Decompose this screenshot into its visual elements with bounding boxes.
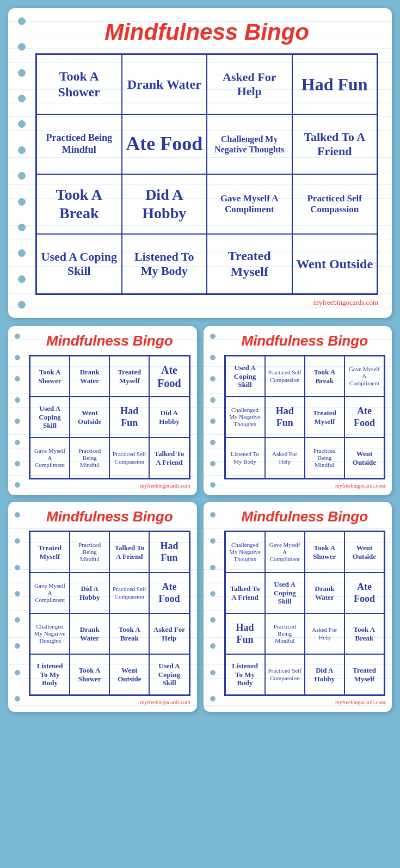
bingo-cell: Challenged My Negative Thoughts [207, 114, 292, 174]
hole [18, 43, 26, 51]
bingo-cell: Ate Food [344, 397, 384, 438]
bingo-cell: Listened To My Body [225, 438, 265, 478]
hole [210, 643, 216, 649]
hole [210, 696, 216, 701]
hole [210, 440, 216, 445]
bingo-cell: Did A Hobby [149, 397, 189, 438]
hole [15, 397, 20, 403]
hole [210, 670, 216, 675]
hole [15, 538, 20, 544]
hole [210, 617, 216, 623]
bingo-cell: Talked To A Friend [109, 532, 149, 572]
bingo-cell: Talked To A Friend [149, 438, 189, 478]
hole [18, 224, 26, 231]
bingo-cell: Used A Coping Skill [225, 356, 265, 397]
hole [18, 172, 26, 180]
website-credit: myfreebingocards.com [224, 483, 386, 489]
card-4-title: Mindfulness Bingo [29, 508, 190, 525]
hole [18, 275, 26, 283]
card-4: Mindfulness Bingo Treated Myself Practic… [8, 502, 197, 712]
card-2-title: Mindfulness Bingo [29, 333, 190, 349]
hole [18, 249, 26, 257]
hole [15, 565, 20, 570]
hole [18, 301, 26, 309]
hole [18, 146, 26, 154]
card-3: Mindfulness Bingo Used A Coping Skill Pr… [204, 326, 392, 495]
bingo-cell: Listened To My Body [30, 654, 70, 695]
hole [210, 591, 216, 596]
bingo-cell: Took A Break [305, 356, 344, 397]
bingo-cell: Gave Myself A Compliment [30, 438, 70, 478]
bingo-cell: Talked To A Friend [225, 572, 265, 613]
card-5-grid: Challenged My Negative Thoughts Gave Mys… [224, 531, 386, 696]
bingo-cell: Challenged My Negative Thoughts [225, 397, 265, 438]
bingo-cell: Challenged My Negative Thoughts [30, 613, 70, 654]
hole [15, 440, 20, 445]
bingo-cell: Treated Myself [30, 532, 70, 572]
hole [210, 538, 216, 544]
bingo-cell: Practiced Being Mindful [70, 438, 109, 478]
hole [210, 334, 216, 339]
bingo-cell: Ate Food [149, 572, 189, 613]
hole [15, 670, 20, 675]
hole [15, 355, 20, 360]
bingo-cell: Had Fun [149, 532, 189, 572]
punch-holes [15, 502, 20, 712]
hole [15, 418, 20, 424]
bingo-cell: Ate Food [122, 114, 207, 174]
bingo-cell: Treated Myself [207, 234, 292, 294]
bingo-cell: Went Outside [292, 234, 378, 294]
bingo-cell: Gave Myself A Compliment [207, 174, 292, 234]
hole [210, 355, 216, 360]
hole [210, 461, 216, 466]
main-bingo-grid: Took A Shower Drank Water Asked For Help… [35, 53, 378, 295]
hole [15, 334, 20, 339]
bingo-cell: Drank Water [122, 54, 207, 114]
bingo-cell: Had Fun [265, 397, 305, 438]
bingo-cell: Did A Hobby [122, 174, 207, 234]
hole [15, 461, 20, 466]
bingo-cell: Talked To A Friend [292, 114, 378, 174]
bingo-cell: Went Outside [344, 532, 384, 572]
hole [15, 591, 20, 596]
punch-holes [18, 8, 26, 318]
hole [210, 482, 216, 488]
bingo-cell: Took A Shower [70, 654, 109, 695]
bingo-cell: Treated Myself [109, 356, 149, 397]
bingo-cell: Challenged My Negative Thoughts [225, 532, 265, 572]
bingo-cell: Took A Break [344, 613, 384, 654]
bingo-cell: Gave Myself A Compliment [30, 572, 70, 613]
hole [210, 512, 216, 518]
bingo-cell: Had Fun [109, 397, 149, 438]
bingo-cell: Did A Hobby [70, 572, 109, 613]
bingo-cell: Took A Break [36, 174, 122, 234]
bingo-cell: Took A Shower [30, 356, 70, 397]
hole [210, 376, 216, 381]
bingo-cell: Went Outside [109, 654, 149, 695]
card-3-title: Mindfulness Bingo [224, 333, 386, 349]
website-credit: myfreebingocards.com [29, 483, 190, 489]
punch-holes [210, 502, 216, 712]
bingo-cell: Treated Myself [344, 654, 384, 695]
bottom-cards-grid: Mindfulness Bingo Took A Shower Drank Wa… [8, 326, 392, 712]
bingo-cell: Drank Water [70, 356, 109, 397]
hole [210, 565, 216, 570]
bingo-cell: Practiced Self Compassion [109, 572, 149, 613]
bingo-cell: Practiced Being Mindful [70, 532, 109, 572]
bingo-cell: Ate Food [149, 356, 189, 397]
punch-holes [210, 326, 216, 495]
bingo-cell: Had Fun [292, 54, 378, 114]
hole [18, 198, 26, 206]
bingo-cell: Practiced Being Mindful [36, 114, 122, 174]
bingo-cell: Ate Food [344, 572, 384, 613]
hole [15, 482, 20, 488]
bingo-cell: Listened To My Body [122, 234, 207, 294]
bingo-cell: Drank Water [305, 572, 344, 613]
card-2: Mindfulness Bingo Took A Shower Drank Wa… [8, 326, 197, 495]
bingo-cell: Did A Hobby [305, 654, 344, 695]
card-5-title: Mindfulness Bingo [224, 508, 386, 525]
card-2-grid: Took A Shower Drank Water Treated Myself… [29, 355, 190, 479]
bingo-cell: Practiced Self Compassion [292, 174, 378, 234]
hole [15, 696, 20, 701]
bingo-cell: Took A Break [109, 613, 149, 654]
